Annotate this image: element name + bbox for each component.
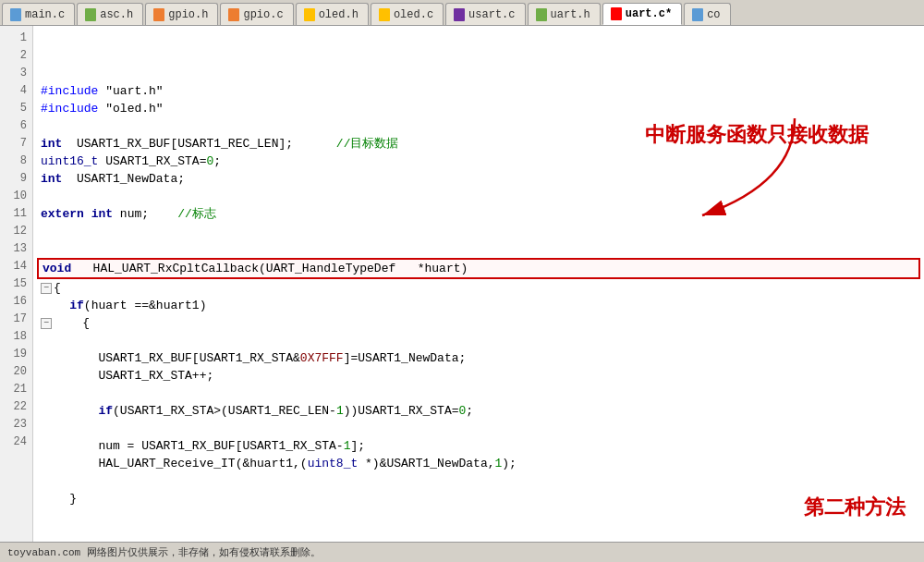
line-num-23: 23 [6, 416, 27, 434]
tab-label-uart-c-star: uart.c* [626, 7, 672, 20]
tab-oled-c[interactable]: oled.c [371, 3, 444, 25]
tab-label-asc-h: asc.h [100, 8, 133, 21]
code-line-6: int USART1_NewData; [41, 170, 917, 188]
tab-usart-c[interactable]: usart.c [445, 3, 525, 25]
line-num-2: 2 [6, 47, 27, 65]
tab-icon-oled-h [304, 8, 315, 21]
code-text-5: uint16_t USART1_RX_STA=0; [41, 153, 221, 170]
code-line-16: USART1_RX_BUF[USART1_RX_STA&0X7FFF]=USAR… [41, 349, 917, 367]
tab-gpio-h[interactable]: gpio.h [145, 3, 218, 25]
code-text-18 [41, 385, 48, 402]
tab-label-gpio-h: gpio.h [168, 8, 208, 21]
fold-icon-12[interactable]: − [41, 283, 52, 294]
tab-icon-co [692, 8, 703, 21]
tab-icon-uart-h [536, 8, 547, 21]
code-text-22: HAL_UART_Receive_IT(&huart1,(uint8_t *)&… [41, 455, 517, 472]
line-num-5: 5 [6, 100, 27, 117]
code-line-17: USART1_RX_STA++; [41, 367, 917, 385]
line-num-20: 20 [6, 363, 27, 381]
line-num-6: 6 [6, 117, 27, 135]
code-line-9 [41, 223, 917, 240]
line-num-9: 9 [6, 170, 27, 188]
code-text-19: if(USART1_RX_STA>(USART1_REC_LEN-1))USAR… [41, 402, 473, 420]
code-text-7 [41, 188, 48, 205]
tab-uart-h[interactable]: uart.h [528, 3, 601, 25]
code-text-23 [41, 472, 48, 490]
code-text-3 [41, 117, 48, 135]
tab-label-usart-c: usart.c [468, 8, 515, 21]
tab-co[interactable]: co [684, 3, 730, 25]
code-text-6: int USART1_NewData; [41, 170, 185, 188]
code-line-18 [41, 385, 917, 402]
code-line-1: #include "uart.h" [41, 82, 917, 100]
tab-label-oled-c: oled.c [394, 8, 433, 21]
line-num-10: 10 [6, 188, 27, 205]
line-num-12: 12 [6, 223, 27, 240]
code-line-12: −{ [41, 279, 917, 297]
code-text-11: void HAL_UART_RxCpltCallback(UART_Handle… [43, 260, 468, 277]
tab-icon-asc-h [85, 8, 96, 21]
code-text-1: #include "uart.h" [41, 82, 164, 100]
line-num-1: 1 [6, 30, 27, 47]
code-line-3 [41, 117, 917, 135]
line-num-17: 17 [6, 311, 27, 328]
tab-label-oled-h: oled.h [319, 8, 359, 21]
code-text-20 [41, 420, 48, 437]
code-area: 123456789101112131415161718192021222324 … [0, 26, 924, 542]
fold-icon-14[interactable]: − [41, 318, 52, 329]
line-num-4: 4 [6, 82, 27, 100]
code-content: #include "uart.h"#include "oled.h" int U… [33, 26, 924, 542]
code-line-20 [41, 420, 917, 437]
code-line-24: } [41, 490, 917, 507]
line-num-21: 21 [6, 381, 27, 398]
status-text: toyvaban.com 网络图片仅供展示，非存储，如有侵权请联系删除。 [7, 545, 321, 559]
code-line-21: num = USART1_RX_BUF[USART1_RX_STA-1]; [41, 437, 917, 455]
tab-gpio-c[interactable]: gpio.c [220, 3, 293, 25]
code-line-23 [41, 472, 917, 490]
code-line-5: uint16_t USART1_RX_STA=0; [41, 153, 917, 170]
code-text-9 [41, 223, 48, 240]
line-num-19: 19 [6, 346, 27, 363]
tab-bar: main.casc.hgpio.hgpio.coled.holed.cusart… [0, 0, 924, 26]
line-num-7: 7 [6, 135, 27, 153]
code-line-10 [41, 240, 917, 258]
code-text-17: USART1_RX_STA++; [41, 367, 213, 385]
code-text-10 [41, 240, 48, 258]
tab-icon-oled-c [379, 8, 390, 21]
tab-asc-h[interactable]: asc.h [77, 3, 143, 25]
tab-label-uart-h: uart.h [551, 8, 590, 21]
code-text-16: USART1_RX_BUF[USART1_RX_STA&0X7FFF]=USAR… [41, 349, 466, 367]
line-num-24: 24 [6, 434, 27, 451]
code-text-21: num = USART1_RX_BUF[USART1_RX_STA-1]; [41, 437, 365, 455]
code-line-7 [41, 188, 917, 205]
tab-label-gpio-c: gpio.c [243, 8, 283, 21]
tab-uart-c-star[interactable]: uart.c* [602, 3, 682, 25]
code-text-24: } [41, 490, 77, 507]
code-line-4: int USART1_RX_BUF[USART1_REC_LEN]; //目标数… [41, 135, 917, 153]
code-line-13: if(huart ==&huart1) [41, 297, 917, 314]
tab-label-co: co [707, 8, 720, 21]
code-line-19: if(USART1_RX_STA>(USART1_REC_LEN-1))USAR… [41, 402, 917, 420]
tab-oled-h[interactable]: oled.h [296, 3, 369, 25]
code-line-15 [41, 332, 917, 349]
code-text-13: if(huart ==&huart1) [41, 297, 206, 314]
status-bar: toyvaban.com 网络图片仅供展示，非存储，如有侵权请联系删除。 [0, 542, 924, 562]
tab-label-main-c: main.c [25, 8, 65, 21]
code-line-2: #include "oled.h" [41, 100, 917, 117]
tab-main-c[interactable]: main.c [2, 3, 75, 25]
tab-icon-uart-c-star [611, 7, 622, 20]
line-num-16: 16 [6, 293, 27, 311]
code-text-2: #include "oled.h" [41, 100, 164, 117]
tab-icon-usart-c [454, 8, 465, 21]
line-num-13: 13 [6, 240, 27, 258]
line-num-11: 11 [6, 205, 27, 223]
line-num-14: 14 [6, 258, 27, 275]
code-text-15 [41, 332, 48, 349]
code-text-4: int USART1_RX_BUF[USART1_REC_LEN]; //目标数… [41, 135, 398, 153]
code-text-14: { [54, 314, 90, 332]
tab-icon-gpio-c [228, 8, 239, 21]
tab-icon-main-c [10, 8, 21, 21]
code-line-8: extern int num; //标志 [41, 205, 917, 223]
line-num-3: 3 [6, 65, 27, 82]
line-num-22: 22 [6, 398, 27, 416]
